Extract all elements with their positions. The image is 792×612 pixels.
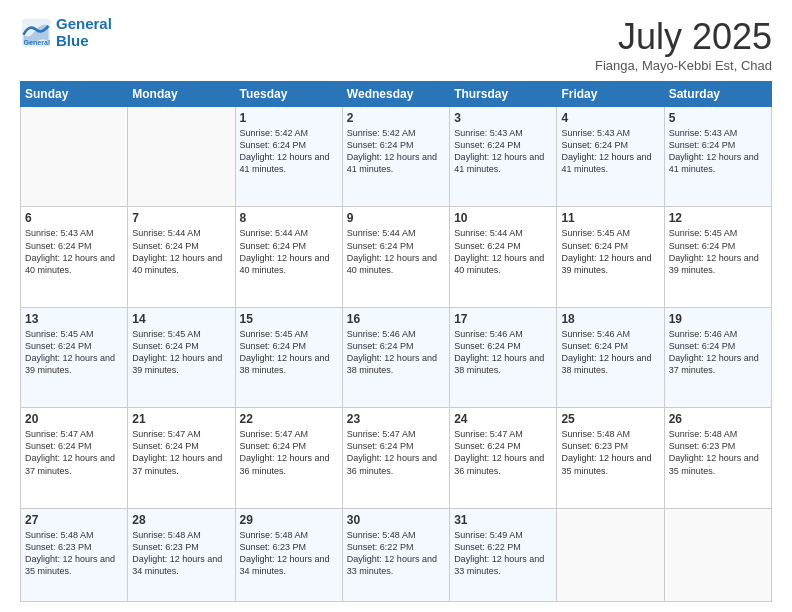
cell-details: Sunrise: 5:44 AM Sunset: 6:24 PM Dayligh… bbox=[240, 227, 338, 276]
calendar-cell: 3Sunrise: 5:43 AM Sunset: 6:24 PM Daylig… bbox=[450, 107, 557, 207]
calendar-cell: 23Sunrise: 5:47 AM Sunset: 6:24 PM Dayli… bbox=[342, 408, 449, 508]
cell-details: Sunrise: 5:46 AM Sunset: 6:24 PM Dayligh… bbox=[454, 328, 552, 377]
logo-icon: General bbox=[20, 17, 52, 49]
day-number: 25 bbox=[561, 412, 659, 426]
calendar-cell bbox=[557, 508, 664, 601]
logo-text: General Blue bbox=[56, 16, 112, 49]
logo: General General Blue bbox=[20, 16, 112, 49]
cell-details: Sunrise: 5:43 AM Sunset: 6:24 PM Dayligh… bbox=[25, 227, 123, 276]
calendar-cell: 26Sunrise: 5:48 AM Sunset: 6:23 PM Dayli… bbox=[664, 408, 771, 508]
cell-details: Sunrise: 5:48 AM Sunset: 6:22 PM Dayligh… bbox=[347, 529, 445, 578]
calendar-cell: 30Sunrise: 5:48 AM Sunset: 6:22 PM Dayli… bbox=[342, 508, 449, 601]
calendar-cell: 31Sunrise: 5:49 AM Sunset: 6:22 PM Dayli… bbox=[450, 508, 557, 601]
cell-details: Sunrise: 5:47 AM Sunset: 6:24 PM Dayligh… bbox=[347, 428, 445, 477]
weekday-header-tuesday: Tuesday bbox=[235, 82, 342, 107]
weekday-header-thursday: Thursday bbox=[450, 82, 557, 107]
cell-details: Sunrise: 5:47 AM Sunset: 6:24 PM Dayligh… bbox=[132, 428, 230, 477]
calendar-cell: 9Sunrise: 5:44 AM Sunset: 6:24 PM Daylig… bbox=[342, 207, 449, 307]
day-number: 17 bbox=[454, 312, 552, 326]
day-number: 15 bbox=[240, 312, 338, 326]
day-number: 7 bbox=[132, 211, 230, 225]
cell-details: Sunrise: 5:45 AM Sunset: 6:24 PM Dayligh… bbox=[669, 227, 767, 276]
calendar-header: SundayMondayTuesdayWednesdayThursdayFrid… bbox=[21, 82, 772, 107]
day-number: 11 bbox=[561, 211, 659, 225]
calendar-body: 1Sunrise: 5:42 AM Sunset: 6:24 PM Daylig… bbox=[21, 107, 772, 602]
cell-details: Sunrise: 5:48 AM Sunset: 6:23 PM Dayligh… bbox=[669, 428, 767, 477]
svg-text:General: General bbox=[24, 39, 51, 47]
day-number: 26 bbox=[669, 412, 767, 426]
cell-details: Sunrise: 5:47 AM Sunset: 6:24 PM Dayligh… bbox=[25, 428, 123, 477]
cell-details: Sunrise: 5:48 AM Sunset: 6:23 PM Dayligh… bbox=[240, 529, 338, 578]
cell-details: Sunrise: 5:48 AM Sunset: 6:23 PM Dayligh… bbox=[132, 529, 230, 578]
cell-details: Sunrise: 5:47 AM Sunset: 6:24 PM Dayligh… bbox=[240, 428, 338, 477]
month-title: July 2025 bbox=[595, 16, 772, 58]
calendar-week-4: 20Sunrise: 5:47 AM Sunset: 6:24 PM Dayli… bbox=[21, 408, 772, 508]
calendar-cell: 1Sunrise: 5:42 AM Sunset: 6:24 PM Daylig… bbox=[235, 107, 342, 207]
day-number: 29 bbox=[240, 513, 338, 527]
day-number: 9 bbox=[347, 211, 445, 225]
cell-details: Sunrise: 5:42 AM Sunset: 6:24 PM Dayligh… bbox=[347, 127, 445, 176]
calendar-week-2: 6Sunrise: 5:43 AM Sunset: 6:24 PM Daylig… bbox=[21, 207, 772, 307]
calendar-cell: 4Sunrise: 5:43 AM Sunset: 6:24 PM Daylig… bbox=[557, 107, 664, 207]
calendar-cell: 20Sunrise: 5:47 AM Sunset: 6:24 PM Dayli… bbox=[21, 408, 128, 508]
cell-details: Sunrise: 5:48 AM Sunset: 6:23 PM Dayligh… bbox=[25, 529, 123, 578]
calendar-cell: 19Sunrise: 5:46 AM Sunset: 6:24 PM Dayli… bbox=[664, 307, 771, 407]
day-number: 27 bbox=[25, 513, 123, 527]
day-number: 23 bbox=[347, 412, 445, 426]
calendar-cell bbox=[21, 107, 128, 207]
weekday-header-monday: Monday bbox=[128, 82, 235, 107]
day-number: 8 bbox=[240, 211, 338, 225]
calendar-table: SundayMondayTuesdayWednesdayThursdayFrid… bbox=[20, 81, 772, 602]
calendar-cell: 17Sunrise: 5:46 AM Sunset: 6:24 PM Dayli… bbox=[450, 307, 557, 407]
calendar-cell: 18Sunrise: 5:46 AM Sunset: 6:24 PM Dayli… bbox=[557, 307, 664, 407]
calendar-cell: 13Sunrise: 5:45 AM Sunset: 6:24 PM Dayli… bbox=[21, 307, 128, 407]
cell-details: Sunrise: 5:49 AM Sunset: 6:22 PM Dayligh… bbox=[454, 529, 552, 578]
calendar-cell: 21Sunrise: 5:47 AM Sunset: 6:24 PM Dayli… bbox=[128, 408, 235, 508]
day-number: 22 bbox=[240, 412, 338, 426]
cell-details: Sunrise: 5:46 AM Sunset: 6:24 PM Dayligh… bbox=[561, 328, 659, 377]
day-number: 14 bbox=[132, 312, 230, 326]
day-number: 31 bbox=[454, 513, 552, 527]
header: General General Blue July 2025 Fianga, M… bbox=[20, 16, 772, 73]
calendar-cell: 27Sunrise: 5:48 AM Sunset: 6:23 PM Dayli… bbox=[21, 508, 128, 601]
cell-details: Sunrise: 5:44 AM Sunset: 6:24 PM Dayligh… bbox=[132, 227, 230, 276]
weekday-row: SundayMondayTuesdayWednesdayThursdayFrid… bbox=[21, 82, 772, 107]
cell-details: Sunrise: 5:43 AM Sunset: 6:24 PM Dayligh… bbox=[561, 127, 659, 176]
title-block: July 2025 Fianga, Mayo-Kebbi Est, Chad bbox=[595, 16, 772, 73]
calendar-week-1: 1Sunrise: 5:42 AM Sunset: 6:24 PM Daylig… bbox=[21, 107, 772, 207]
day-number: 3 bbox=[454, 111, 552, 125]
calendar-cell: 5Sunrise: 5:43 AM Sunset: 6:24 PM Daylig… bbox=[664, 107, 771, 207]
cell-details: Sunrise: 5:45 AM Sunset: 6:24 PM Dayligh… bbox=[240, 328, 338, 377]
calendar-cell: 29Sunrise: 5:48 AM Sunset: 6:23 PM Dayli… bbox=[235, 508, 342, 601]
calendar-cell: 6Sunrise: 5:43 AM Sunset: 6:24 PM Daylig… bbox=[21, 207, 128, 307]
day-number: 28 bbox=[132, 513, 230, 527]
calendar-cell: 16Sunrise: 5:46 AM Sunset: 6:24 PM Dayli… bbox=[342, 307, 449, 407]
calendar-cell: 10Sunrise: 5:44 AM Sunset: 6:24 PM Dayli… bbox=[450, 207, 557, 307]
calendar-cell: 12Sunrise: 5:45 AM Sunset: 6:24 PM Dayli… bbox=[664, 207, 771, 307]
cell-details: Sunrise: 5:44 AM Sunset: 6:24 PM Dayligh… bbox=[347, 227, 445, 276]
calendar-cell bbox=[664, 508, 771, 601]
weekday-header-saturday: Saturday bbox=[664, 82, 771, 107]
weekday-header-sunday: Sunday bbox=[21, 82, 128, 107]
calendar-cell: 25Sunrise: 5:48 AM Sunset: 6:23 PM Dayli… bbox=[557, 408, 664, 508]
cell-details: Sunrise: 5:42 AM Sunset: 6:24 PM Dayligh… bbox=[240, 127, 338, 176]
calendar-cell: 22Sunrise: 5:47 AM Sunset: 6:24 PM Dayli… bbox=[235, 408, 342, 508]
calendar-cell bbox=[128, 107, 235, 207]
cell-details: Sunrise: 5:45 AM Sunset: 6:24 PM Dayligh… bbox=[561, 227, 659, 276]
day-number: 12 bbox=[669, 211, 767, 225]
day-number: 2 bbox=[347, 111, 445, 125]
day-number: 20 bbox=[25, 412, 123, 426]
cell-details: Sunrise: 5:48 AM Sunset: 6:23 PM Dayligh… bbox=[561, 428, 659, 477]
cell-details: Sunrise: 5:47 AM Sunset: 6:24 PM Dayligh… bbox=[454, 428, 552, 477]
cell-details: Sunrise: 5:45 AM Sunset: 6:24 PM Dayligh… bbox=[25, 328, 123, 377]
day-number: 6 bbox=[25, 211, 123, 225]
calendar-cell: 15Sunrise: 5:45 AM Sunset: 6:24 PM Dayli… bbox=[235, 307, 342, 407]
weekday-header-wednesday: Wednesday bbox=[342, 82, 449, 107]
calendar-cell: 24Sunrise: 5:47 AM Sunset: 6:24 PM Dayli… bbox=[450, 408, 557, 508]
calendar-cell: 8Sunrise: 5:44 AM Sunset: 6:24 PM Daylig… bbox=[235, 207, 342, 307]
calendar-cell: 11Sunrise: 5:45 AM Sunset: 6:24 PM Dayli… bbox=[557, 207, 664, 307]
day-number: 24 bbox=[454, 412, 552, 426]
day-number: 18 bbox=[561, 312, 659, 326]
calendar-week-3: 13Sunrise: 5:45 AM Sunset: 6:24 PM Dayli… bbox=[21, 307, 772, 407]
day-number: 13 bbox=[25, 312, 123, 326]
